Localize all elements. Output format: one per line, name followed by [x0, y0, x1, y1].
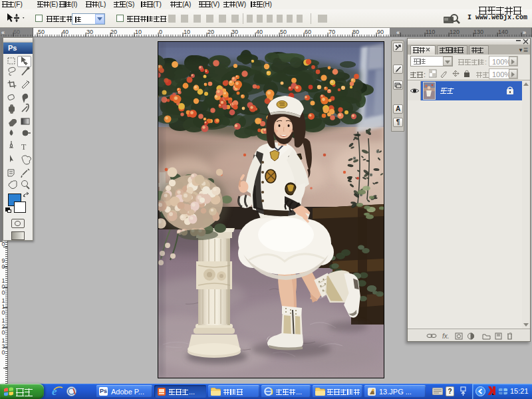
svg-text:fx.: fx.: [442, 332, 450, 340]
svg-text:T: T: [21, 142, 27, 152]
